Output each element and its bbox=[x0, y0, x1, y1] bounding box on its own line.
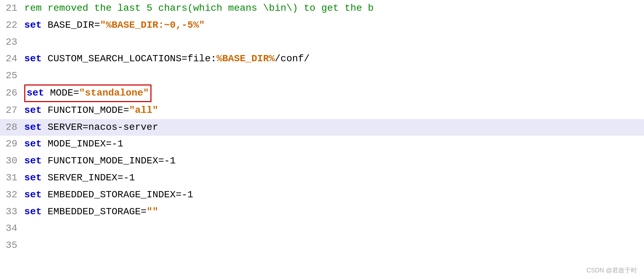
code-line: 28set SERVER=nacos-server bbox=[0, 119, 644, 136]
code-line: 23 bbox=[0, 34, 644, 51]
line-number: 21 bbox=[0, 1, 24, 16]
code-line: 29set MODE_INDEX=-1 bbox=[0, 136, 644, 153]
code-line: 31set SERVER_INDEX=-1 bbox=[0, 170, 644, 187]
code-token-string: %BASE_DIR% bbox=[217, 53, 275, 64]
line-content: set EMBEDDED_STORAGE="" bbox=[24, 204, 644, 220]
code-token-normal: EMBEDDED_STORAGE= bbox=[47, 206, 147, 217]
code-line: 27set FUNCTION_MODE="all" bbox=[0, 102, 644, 119]
code-token-normal: MODE= bbox=[50, 88, 79, 98]
line-content: set SERVER=nacos-server bbox=[24, 120, 644, 135]
line-number: 33 bbox=[0, 204, 24, 220]
line-number: 31 bbox=[0, 170, 24, 186]
line-content: set BASE_DIR="%BASE_DIR:~0,-5%" bbox=[24, 18, 644, 33]
line-number: 35 bbox=[0, 238, 24, 253]
code-line: 26set MODE="standalone" bbox=[0, 84, 644, 102]
code-line: 35 bbox=[0, 237, 644, 254]
code-token-normal: MODE_INDEX=-1 bbox=[47, 138, 123, 149]
line-content: set MODE_INDEX=-1 bbox=[24, 136, 644, 152]
line-number: 30 bbox=[0, 153, 24, 169]
code-token-set: set bbox=[24, 20, 47, 30]
code-token-set: set bbox=[24, 172, 47, 183]
highlighted-box: set MODE="standalone" bbox=[24, 84, 151, 102]
code-token-set: set bbox=[24, 105, 47, 116]
watermark: CSDN @君政于时 bbox=[586, 266, 637, 276]
code-line: 30set FUNCTION_MODE_INDEX=-1 bbox=[0, 153, 644, 170]
line-number: 26 bbox=[0, 86, 24, 101]
line-number: 29 bbox=[0, 136, 24, 152]
code-line: 33set EMBEDDED_STORAGE="" bbox=[0, 204, 644, 220]
line-content: set CUSTOM_SEARCH_LOCATIONS=file:%BASE_D… bbox=[24, 51, 644, 67]
code-token-normal: EMBEDDED_STORAGE_INDEX=-1 bbox=[47, 189, 193, 200]
code-token-set: set bbox=[24, 122, 47, 133]
code-token-string: "standalone" bbox=[79, 88, 149, 98]
line-number: 22 bbox=[0, 18, 24, 33]
line-number: 34 bbox=[0, 221, 24, 236]
code-token-set: set bbox=[24, 189, 47, 200]
code-token-string: "%BASE_DIR:~0,-5%" bbox=[100, 20, 204, 30]
code-token-set: set bbox=[24, 206, 47, 217]
line-number: 27 bbox=[0, 103, 24, 118]
code-line: 34 bbox=[0, 220, 644, 237]
code-token-set: set bbox=[27, 88, 50, 98]
code-token-normal: FUNCTION_MODE_INDEX=-1 bbox=[47, 155, 176, 166]
code-token-rem: rem bbox=[24, 3, 47, 14]
code-line: 25 bbox=[0, 68, 644, 84]
line-number: 32 bbox=[0, 187, 24, 203]
line-content: set FUNCTION_MODE="all" bbox=[24, 103, 644, 118]
code-token-normal: FUNCTION_MODE= bbox=[47, 105, 129, 116]
line-content: set EMBEDDED_STORAGE_INDEX=-1 bbox=[24, 187, 644, 203]
code-token-set: set bbox=[24, 53, 47, 64]
code-token-comment: removed the last 5 chars(which means \bi… bbox=[47, 3, 374, 14]
line-number: 25 bbox=[0, 68, 24, 84]
code-line: 22set BASE_DIR="%BASE_DIR:~0,-5%" bbox=[0, 17, 644, 34]
code-line: 21rem removed the last 5 chars(which mea… bbox=[0, 0, 644, 17]
line-content: set FUNCTION_MODE_INDEX=-1 bbox=[24, 153, 644, 169]
line-number: 23 bbox=[0, 35, 24, 50]
line-number: 24 bbox=[0, 51, 24, 67]
code-container: 21rem removed the last 5 chars(which mea… bbox=[0, 0, 644, 279]
code-token-normal: SERVER_INDEX=-1 bbox=[47, 172, 135, 183]
code-token-normal: /conf/ bbox=[275, 53, 310, 64]
code-line: 24set CUSTOM_SEARCH_LOCATIONS=file:%BASE… bbox=[0, 51, 644, 68]
code-token-string: "all" bbox=[129, 105, 158, 116]
code-line: 32set EMBEDDED_STORAGE_INDEX=-1 bbox=[0, 187, 644, 204]
code-token-string: "" bbox=[147, 206, 158, 217]
line-content: set SERVER_INDEX=-1 bbox=[24, 170, 644, 186]
line-content: set MODE="standalone" bbox=[24, 85, 644, 101]
code-token-normal: CUSTOM_SEARCH_LOCATIONS=file: bbox=[47, 53, 216, 64]
code-token-set: set bbox=[24, 155, 47, 166]
line-content: rem removed the last 5 chars(which means… bbox=[24, 1, 644, 16]
code-token-set: set bbox=[24, 138, 47, 149]
line-number: 28 bbox=[0, 120, 24, 135]
code-token-normal: SERVER=nacos-server bbox=[47, 122, 158, 133]
code-token-normal: BASE_DIR= bbox=[47, 20, 100, 30]
